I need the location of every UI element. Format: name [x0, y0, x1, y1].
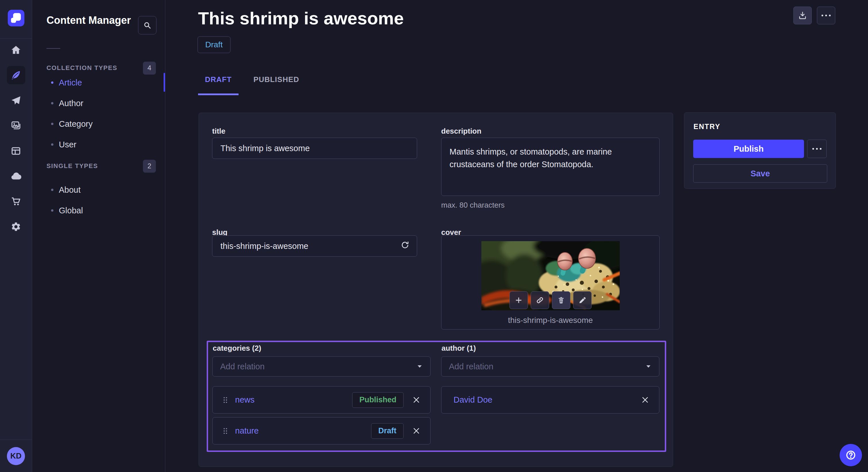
nav-settings[interactable]	[7, 217, 25, 236]
cover-image	[482, 241, 620, 310]
cover-copy-link-button[interactable]	[531, 291, 549, 309]
description-hint: max. 80 characters	[441, 201, 505, 210]
relation-link-news[interactable]: news	[235, 395, 255, 405]
nav-content-manager[interactable]	[7, 66, 25, 84]
rail-bottom-divider	[0, 440, 32, 440]
remove-relation-button[interactable]	[412, 427, 421, 435]
cover-delete-button[interactable]	[552, 291, 570, 309]
relation-link-david-doe[interactable]: David Doe	[454, 395, 492, 405]
relation-row-news: news Published	[212, 386, 431, 413]
tab-draft[interactable]: DRAFT	[198, 69, 239, 95]
sidebar-item-label: Article	[59, 78, 82, 88]
description-textarea[interactable]: Mantis shrimps, or stomatopods, are mari…	[441, 138, 660, 196]
cover-field: this-shrimp-is-awesome	[441, 235, 660, 330]
sidebar-item-global[interactable]: Global	[32, 200, 165, 221]
sidebar-item-category[interactable]: Category	[32, 113, 165, 134]
export-button[interactable]	[794, 7, 812, 24]
entry-more-options-button[interactable]	[807, 140, 827, 158]
trash-icon	[557, 296, 565, 305]
regenerate-slug-button[interactable]	[401, 241, 409, 251]
tab-published[interactable]: PUBLISHED	[247, 69, 306, 95]
active-item-indicator	[164, 73, 165, 92]
title-input[interactable]: This shrimp is awesome	[212, 138, 417, 159]
paper-plane-icon	[11, 95, 21, 106]
more-icon	[822, 14, 831, 16]
more-icon	[812, 148, 822, 150]
section-label: SINGLE TYPES	[46, 162, 98, 170]
gear-icon	[11, 222, 21, 232]
strapi-logo-icon	[8, 10, 24, 26]
sidebar-item-author[interactable]: Author	[32, 93, 165, 113]
sidebar-item-label: About	[59, 185, 81, 195]
relation-row-nature: nature Draft	[212, 417, 431, 444]
status-chip-published: Published	[352, 392, 404, 408]
sidebar-item-about[interactable]: About	[32, 179, 165, 200]
nav-releases[interactable]	[7, 91, 25, 109]
drag-dots-icon	[222, 396, 228, 404]
save-button[interactable]: Save	[693, 164, 827, 183]
bullet-icon	[51, 102, 53, 104]
close-icon	[641, 396, 649, 404]
nav-content-type-builder[interactable]	[7, 142, 25, 160]
chevron-down-icon	[416, 365, 423, 369]
plus-icon	[515, 296, 523, 305]
cover-add-button[interactable]	[509, 291, 528, 309]
user-avatar[interactable]: KD	[7, 447, 25, 465]
cloud-icon	[11, 171, 21, 181]
bullet-icon	[51, 123, 53, 125]
drag-handle-icon[interactable]	[222, 396, 228, 404]
status-chip-draft: Draft	[371, 423, 404, 439]
title-field-label: title	[212, 127, 225, 136]
search-button[interactable]	[138, 16, 156, 34]
chevron-down-icon	[645, 365, 652, 369]
sidebar-item-label: Global	[59, 206, 83, 215]
strapi-logo[interactable]	[8, 10, 24, 26]
nav-deployments[interactable]	[7, 167, 25, 185]
link-icon	[536, 296, 544, 305]
nav-media-library[interactable]	[7, 116, 25, 135]
remove-relation-button[interactable]	[641, 396, 649, 404]
layout-icon	[11, 146, 21, 156]
media-library-icon	[11, 121, 21, 131]
sidebar-title: Content Manager	[46, 14, 131, 26]
drag-handle-icon[interactable]	[222, 427, 228, 435]
single-types-count-badge: 2	[143, 160, 156, 173]
content-manager-sidebar: Content Manager COLLECTION TYPES 4 Artic…	[32, 0, 165, 472]
page-title: This shrimp is awesome	[198, 8, 404, 28]
feather-icon	[11, 70, 21, 80]
question-mark-icon	[845, 449, 857, 461]
home-icon	[11, 45, 21, 55]
description-field-label: description	[441, 127, 482, 136]
sidebar-item-label: Author	[59, 99, 83, 108]
sidebar-divider	[46, 48, 60, 49]
sidebar-item-user[interactable]: User	[32, 134, 165, 155]
slug-input[interactable]: this-shrimp-is-awesome	[212, 235, 417, 257]
remove-relation-button[interactable]	[412, 396, 421, 404]
status-badge: Draft	[197, 36, 230, 53]
pencil-icon	[578, 296, 587, 305]
refresh-icon	[401, 241, 409, 249]
help-button[interactable]	[840, 444, 862, 466]
relation-link-nature[interactable]: nature	[235, 426, 259, 436]
section-single-types: SINGLE TYPES 2	[46, 160, 156, 173]
bullet-icon	[51, 189, 53, 191]
publish-button[interactable]: Publish	[693, 140, 804, 158]
author-field-label: author (1)	[441, 344, 476, 353]
nav-marketplace[interactable]	[7, 192, 25, 210]
relation-row-david-doe: David Doe	[441, 386, 659, 413]
download-icon	[798, 11, 807, 20]
cover-edit-button[interactable]	[573, 291, 592, 309]
sidebar-item-label: User	[59, 140, 76, 149]
bullet-icon	[51, 209, 53, 212]
categories-field-label: categories (2)	[213, 344, 261, 353]
more-options-button[interactable]	[817, 7, 835, 24]
sidebar-item-article[interactable]: Article	[32, 72, 165, 93]
nav-home[interactable]	[7, 41, 25, 59]
bullet-icon	[51, 81, 53, 84]
author-select-placeholder: Add relation	[449, 362, 493, 371]
author-add-relation-select[interactable]: Add relation	[441, 357, 659, 376]
cover-filename: this-shrimp-is-awesome	[441, 316, 659, 325]
search-icon	[143, 21, 152, 30]
categories-add-relation-select[interactable]: Add relation	[212, 357, 431, 376]
rail-divider	[0, 38, 32, 39]
